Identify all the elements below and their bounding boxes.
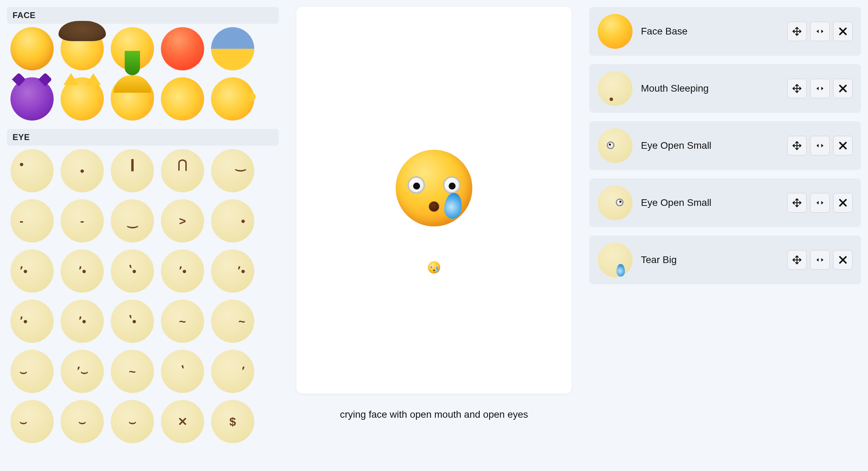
eye-mark-icon: ʼ <box>241 365 245 377</box>
app-root: FACE EYE ••❙⋂‿--‿>•ʼ•ʼ•ʽ•ʼ•ʼ•ʼ•ʼ•ʽ•~~⌣ʼ⌣… <box>0 0 868 471</box>
layer-row[interactable]: Face Base <box>589 7 861 56</box>
palette-eye-r1-c1[interactable]: - <box>61 199 104 242</box>
palette-eye-r0-c2[interactable]: ❙ <box>111 149 154 192</box>
palette-eye-r2-c0[interactable]: ʼ• <box>10 249 54 293</box>
remove-button[interactable] <box>833 79 853 98</box>
flip-button[interactable] <box>810 136 830 155</box>
layer-row[interactable]: Eye Open Small <box>589 178 861 227</box>
eye-mark-icon: $ <box>230 416 236 427</box>
layer-thumb-icon <box>598 71 633 106</box>
center-panel: crying face with open mouth and open eye… <box>295 7 573 464</box>
flip-button[interactable] <box>810 79 830 98</box>
move-button[interactable] <box>787 250 807 270</box>
eye-mark-icon: ʼ• <box>20 265 28 277</box>
eye-mark-icon: ❙ <box>127 158 137 170</box>
move-button[interactable] <box>787 22 807 41</box>
palette-eye-r2-c3[interactable]: ʼ• <box>161 249 204 293</box>
palette-eye-r4-c4[interactable]: ʼ <box>211 350 254 393</box>
svg-marker-21 <box>821 201 823 204</box>
palette-eye-r5-c2[interactable]: ⌣ <box>111 400 154 443</box>
preview-eye-left <box>408 176 425 194</box>
layer-thumb-icon <box>598 128 633 163</box>
palette-eye-r3-c3[interactable]: ~ <box>161 300 204 343</box>
eye-mark-icon: ~ <box>129 365 136 377</box>
palette-eye-r1-c4[interactable]: • <box>211 199 254 242</box>
eye-mark-icon: ʼ• <box>20 315 28 327</box>
preview-eye-right <box>443 176 460 194</box>
layer-label: Mouth Sleeping <box>641 83 779 94</box>
remove-button[interactable] <box>833 136 853 155</box>
move-button[interactable] <box>787 193 807 213</box>
palette-face-face-angry[interactable] <box>161 27 204 70</box>
palette-eye-r5-c1[interactable]: ⌣ <box>61 400 104 443</box>
palette-face-face-person1[interactable] <box>111 77 154 121</box>
eye-mark-icon: ʼ• <box>78 265 86 277</box>
layer-row[interactable]: Mouth Sleeping <box>589 64 861 113</box>
palette-face-face-half[interactable] <box>211 27 254 70</box>
palette-eye-r3-c4[interactable]: ~ <box>211 300 254 343</box>
palette-eye-r4-c2[interactable]: ~ <box>111 350 154 393</box>
layer-row[interactable]: Tear Big <box>589 235 861 284</box>
palette-eye-r3-c2[interactable]: ʽ• <box>111 300 154 343</box>
palette-eye-r3-c0[interactable]: ʼ• <box>10 300 54 343</box>
palette-face-face-base[interactable] <box>10 27 54 70</box>
eye-mark-icon: > <box>179 215 186 227</box>
layer-label: Eye Open Small <box>641 140 779 151</box>
palette-face-face-imp[interactable] <box>10 77 54 121</box>
palette-eye-r2-c2[interactable]: ʽ• <box>111 249 154 293</box>
palette-eye-r1-c2[interactable]: ‿ <box>111 199 154 242</box>
svg-marker-2 <box>816 30 819 33</box>
flip-button[interactable] <box>810 250 830 270</box>
palette-eye-r0-c4[interactable]: ‿ <box>211 149 254 192</box>
eye-mark-icon: ‿ <box>236 158 245 170</box>
palette-eye-r5-c4[interactable]: $ <box>211 400 254 443</box>
palette-eye-r2-c1[interactable]: ʼ• <box>61 249 104 293</box>
palette-eye-r5-c0[interactable]: ⌣ <box>10 400 54 443</box>
svg-marker-9 <box>821 87 823 90</box>
face-section-header: FACE <box>7 7 279 24</box>
face-palette-grid <box>7 27 279 129</box>
layer-label: Tear Big <box>641 254 779 265</box>
svg-marker-8 <box>816 87 819 90</box>
preview-mouth <box>429 201 439 212</box>
palette-eye-r4-c3[interactable]: ʽ <box>161 350 204 393</box>
eye-mark-icon: ⌣ <box>20 365 27 377</box>
eye-mark-icon: ⌣ <box>78 416 86 427</box>
move-button[interactable] <box>787 136 807 155</box>
palette-face-face-person2[interactable] <box>161 77 204 121</box>
remove-button[interactable] <box>833 250 853 270</box>
palette-face-face-cowboy[interactable] <box>61 27 104 70</box>
palette-eye-r0-c3[interactable]: ⋂ <box>161 149 204 192</box>
palette-eye-r1-c0[interactable]: - <box>10 199 54 242</box>
palette-face-face-vomit[interactable] <box>111 27 154 70</box>
move-button[interactable] <box>787 79 807 98</box>
palette-eye-r4-c1[interactable]: ʼ⌣ <box>61 350 104 393</box>
palette-eye-r2-c4[interactable]: ʼ• <box>211 249 254 293</box>
layer-thumb-icon <box>598 14 633 49</box>
eye-mark-icon: ʼ⌣ <box>77 365 88 377</box>
flip-button[interactable] <box>810 22 830 41</box>
emoji-canvas[interactable] <box>296 7 572 394</box>
remove-button[interactable] <box>833 22 853 41</box>
palette-eye-r1-c3[interactable]: > <box>161 199 204 242</box>
preview-tear <box>443 192 463 220</box>
palette-eye-r5-c3[interactable]: ✕ <box>161 400 204 443</box>
palette-face-face-head[interactable] <box>211 77 254 121</box>
remove-button[interactable] <box>833 193 853 213</box>
palette-eye-r0-c1[interactable]: • <box>61 149 104 192</box>
preview-emoji-small <box>428 261 440 273</box>
preview-emoji[interactable] <box>396 150 472 226</box>
palette-face-face-cat[interactable] <box>61 77 104 121</box>
flip-button[interactable] <box>810 193 830 213</box>
palette-eye-r4-c0[interactable]: ⌣ <box>10 350 54 393</box>
palette-eye-r0-c0[interactable]: • <box>10 149 54 192</box>
eye-mark-icon: ~ <box>238 315 245 327</box>
palette-eye-r3-c1[interactable]: ʼ• <box>61 300 104 343</box>
eye-mark-icon: ⋂ <box>178 158 187 170</box>
svg-marker-26 <box>816 258 819 262</box>
eye-mark-icon: ʽ• <box>129 265 137 277</box>
eye-mark-icon: ʽ <box>181 365 185 377</box>
layer-row[interactable]: Eye Open Small <box>589 121 861 170</box>
eye-mark-icon: ʼ• <box>78 315 86 327</box>
layer-controls <box>787 136 853 155</box>
